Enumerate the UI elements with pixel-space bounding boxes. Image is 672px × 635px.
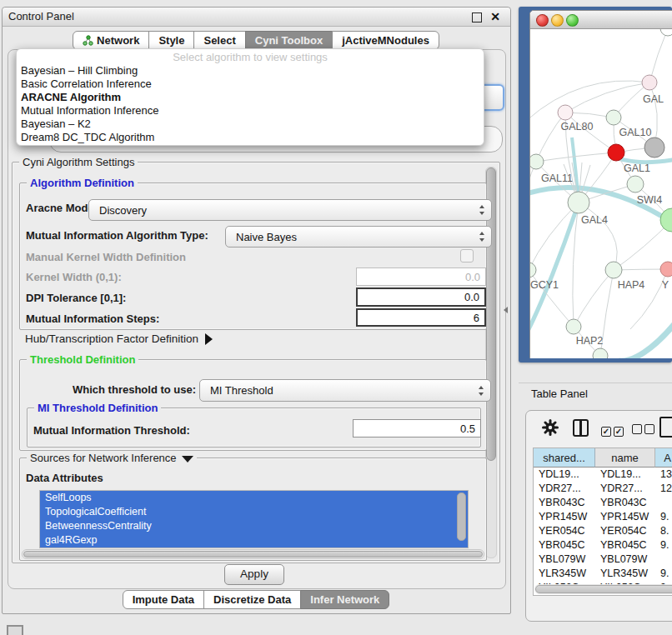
aracne-mode-combobox[interactable]: Discovery [88,199,492,221]
node-bright-green[interactable] [660,208,672,232]
node-gal10[interactable] [606,110,621,125]
column-header-shared-name[interactable]: shared... [534,448,595,468]
panel-corner-icon[interactable] [7,625,23,635]
which-threshold-label: Which threshold to use: [73,383,196,396]
label-gal: GAL [643,93,664,105]
data-attributes-label: Data Attributes [26,472,103,484]
deselect-all-icon[interactable] [632,422,657,438]
node-gal-pink[interactable] [642,75,657,90]
minimize-traffic-light-icon[interactable] [551,14,564,27]
mi-type-value: Naive Bayes [236,231,297,243]
label-hap2: HAP2 [576,335,604,347]
zoom-traffic-light-icon[interactable] [566,14,579,27]
network-view-frame[interactable]: GAL GAL80 GAL10 GAL1 GAL11 SWI4 GAL4 GCY… [519,7,672,362]
tab-network-label: Network [97,32,139,49]
manual-kernel-checkbox[interactable] [460,249,474,262]
mi-threshold-label: Mutual Information Threshold: [33,424,190,437]
mi-threshold-field[interactable]: 0.5 [353,419,481,438]
tab-network[interactable]: Network [73,31,149,50]
network-window-titlebar[interactable] [530,11,672,29]
dropdown-item-aracne[interactable]: ARACNE Algorithm [17,91,484,104]
list-item-selfloops[interactable]: SelfLoops [40,491,468,505]
dropdown-item-basic-correlation[interactable]: Basic Correlation Inference [17,78,484,91]
column-header-name[interactable]: name [595,448,655,468]
label-gcy1: GCY1 [530,279,559,291]
apply-button[interactable]: Apply [224,564,284,585]
dropdown-item-mutual-information[interactable]: Mutual Information Inference [17,104,484,118]
close-traffic-light-icon[interactable] [536,14,549,27]
unchecked-box-icon [632,424,642,434]
node-gcy1[interactable] [530,262,536,278]
node-top-white[interactable] [660,29,672,36]
table-row[interactable]: YBL079WYBL079W [534,552,672,567]
node-hap4[interactable] [605,262,622,278]
sources-horizontal-scrollbar[interactable] [22,549,484,559]
spinner-arrows-icon [479,232,485,242]
node-salmon[interactable] [660,262,672,277]
tab-style[interactable]: Style [148,31,194,50]
table-horizontal-scrollbar[interactable] [534,584,672,594]
collapse-down-icon[interactable] [182,456,193,462]
tab-infer-network[interactable]: Infer Network [300,590,389,609]
sources-scrollbar-thumb[interactable] [23,551,483,558]
dropdown-item-bayesian-hill-climbing[interactable]: Bayesian – Hill Climbing [17,64,484,78]
label-gal80: GAL80 [561,121,594,132]
network-graph: GAL GAL80 GAL10 GAL1 GAL11 SWI4 GAL4 GCY… [530,29,672,358]
sources-legend[interactable]: Sources for Network Inference [27,452,197,464]
table-row[interactable]: YDR27...YDR27...12 [534,482,672,496]
list-scrollbar-thumb[interactable] [457,492,466,541]
splitter-collapse-arrow[interactable] [504,307,508,313]
tab-jactivemnodules[interactable]: jActiveMNodules [332,31,439,50]
settings-gear-icon[interactable] [541,418,559,437]
mi-type-label: Mutual Information Algorithm Type: [26,229,208,242]
close-icon[interactable]: ✕ [490,9,500,25]
tab-impute-data[interactable]: Impute Data [123,590,204,609]
hub-factor-section[interactable]: Hub/Transcription Factor Definition [25,332,213,345]
control-panel-window: Control Panel ✕ Network Style Select Cyn… [2,7,511,614]
node-hap2[interactable] [566,319,581,334]
list-item-betweennesscentrality[interactable]: BetweennessCentrality [40,519,468,533]
node-gal80[interactable] [558,105,573,120]
network-canvas[interactable]: GAL GAL80 GAL10 GAL1 GAL11 SWI4 GAL4 GCY… [530,29,672,358]
table-row[interactable]: YPR145WYPR145W9. [534,510,672,524]
dropdown-item-bayesian-k2[interactable]: Bayesian – K2 [17,118,484,131]
expand-right-icon[interactable] [205,333,213,345]
control-panel-title: Control Panel [8,8,74,26]
node-swi4[interactable] [627,176,644,192]
table-row[interactable]: YDL19...YDL19...13 [534,468,672,482]
table-row[interactable]: YER054CYER054C8. [534,524,672,538]
float-window-icon[interactable] [472,12,482,22]
column-header-partial[interactable]: A [655,448,672,468]
table-row[interactable]: YLR345WYLR345W9. [534,567,672,581]
tab-cyni-toolbox[interactable]: Cyni Toolbox [245,31,333,50]
control-panel-titlebar[interactable]: Control Panel ✕ [3,8,510,27]
mi-type-combobox[interactable]: Naive Bayes [225,226,492,248]
mi-steps-field[interactable]: 6 [356,308,486,327]
table-row[interactable]: YBR043CYBR043C [534,496,672,510]
dpi-tolerance-field[interactable]: 0.0 [356,288,486,307]
network-icon [83,35,93,46]
node-gal11[interactable] [530,154,544,169]
spinner-arrows-icon [479,205,485,215]
tab-discretize-data[interactable]: Discretize Data [203,590,301,609]
new-table-icon[interactable] [659,417,672,438]
node-bottom[interactable] [593,348,608,358]
column-layout-icon[interactable] [573,419,589,437]
list-item-topologicalcoefficient[interactable]: TopologicalCoefficient [40,505,468,519]
node-gal1-red[interactable] [608,144,624,161]
tab-select[interactable]: Select [193,31,245,50]
kernel-width-field[interactable]: 0.0 [356,268,486,286]
select-all-icon[interactable]: ✓✓ [601,422,626,438]
which-threshold-combobox[interactable]: MI Threshold [199,379,491,402]
table-panel-window: ✓✓ shared... name A YDL19...YDL19...13 Y… [525,410,672,622]
threshold-definition-group: Threshold Definition Which threshold to … [19,359,487,451]
table-scrollbar-thumb[interactable] [535,585,672,593]
node-gray[interactable] [644,138,664,158]
list-item-gal4rgexp[interactable]: gal4RGexp [40,533,468,548]
node-gal4[interactable] [568,192,589,213]
label-gal4: GAL4 [581,214,608,226]
dropdown-item-dream8[interactable]: Dream8 DC_TDC Algorithm [17,131,484,144]
table-rows: YDL19...YDL19...13 YDR27...YDR27...12 YB… [534,468,672,595]
table-row[interactable]: YBR045CYBR045C9. [534,538,672,552]
which-threshold-value: MI Threshold [210,384,273,397]
